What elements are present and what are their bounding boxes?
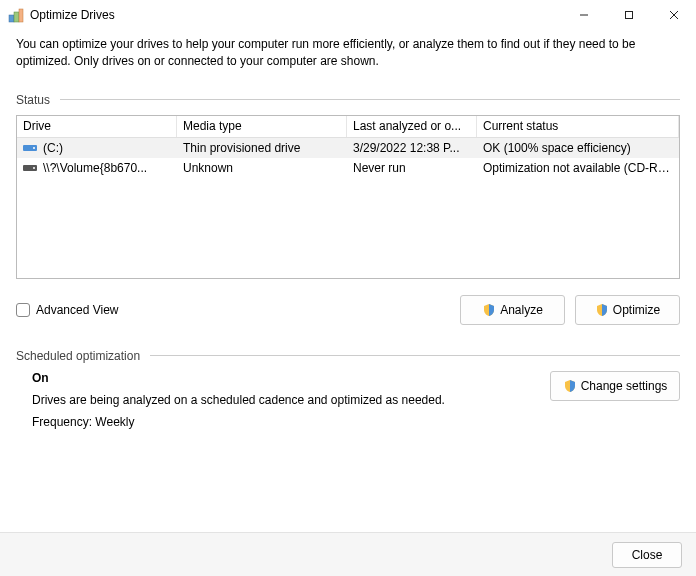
analyze-button[interactable]: Analyze: [460, 295, 565, 325]
change-settings-label: Change settings: [581, 379, 668, 393]
maximize-button[interactable]: [606, 0, 651, 30]
drive-icon: [23, 163, 39, 173]
status-section-header: Status: [16, 93, 680, 107]
schedule-frequency: Frequency: Weekly: [32, 415, 550, 429]
minimize-button[interactable]: [561, 0, 606, 30]
col-status[interactable]: Current status: [477, 116, 679, 137]
svg-rect-1: [14, 12, 19, 22]
current-status: Optimization not available (CD-ROM vol..…: [477, 161, 679, 175]
close-dialog-button[interactable]: Close: [612, 542, 682, 568]
change-settings-button[interactable]: Change settings: [550, 371, 680, 401]
advanced-view-checkbox[interactable]: Advanced View: [16, 303, 119, 317]
table-row[interactable]: (C:)Thin provisioned drive3/29/2022 12:3…: [17, 138, 679, 158]
drives-listview[interactable]: Drive Media type Last analyzed or o... C…: [16, 115, 680, 279]
svg-rect-0: [9, 15, 14, 22]
col-last[interactable]: Last analyzed or o...: [347, 116, 477, 137]
media-type: Thin provisioned drive: [177, 141, 347, 155]
scheduled-label: Scheduled optimization: [16, 349, 140, 363]
table-row[interactable]: \\?\Volume{8b670...UnknownNever runOptim…: [17, 158, 679, 178]
media-type: Unknown: [177, 161, 347, 175]
close-button[interactable]: [651, 0, 696, 30]
last-analyzed: Never run: [347, 161, 477, 175]
col-media[interactable]: Media type: [177, 116, 347, 137]
app-icon: [8, 7, 24, 23]
close-label: Close: [632, 548, 663, 562]
description-text: You can optimize your drives to help you…: [16, 36, 680, 71]
current-status: OK (100% space efficiency): [477, 141, 679, 155]
shield-icon: [595, 303, 609, 317]
shield-icon: [563, 379, 577, 393]
last-analyzed: 3/29/2022 12:38 P...: [347, 141, 477, 155]
scheduled-section-header: Scheduled optimization: [16, 349, 680, 363]
advanced-view-label: Advanced View: [36, 303, 119, 317]
shield-icon: [482, 303, 496, 317]
optimize-button[interactable]: Optimize: [575, 295, 680, 325]
divider: [60, 99, 680, 100]
svg-rect-2: [19, 9, 23, 22]
schedule-state: On: [32, 371, 550, 385]
drive-name: \\?\Volume{8b670...: [43, 161, 147, 175]
window-title: Optimize Drives: [30, 8, 561, 22]
dialog-footer: Close: [0, 532, 696, 576]
list-header[interactable]: Drive Media type Last analyzed or o... C…: [17, 116, 679, 138]
checkbox-icon: [16, 303, 30, 317]
col-drive[interactable]: Drive: [17, 116, 177, 137]
svg-point-10: [33, 167, 35, 169]
optimize-label: Optimize: [613, 303, 660, 317]
svg-point-8: [33, 147, 35, 149]
status-label: Status: [16, 93, 50, 107]
analyze-label: Analyze: [500, 303, 543, 317]
drive-icon: [23, 143, 39, 153]
schedule-detail: Drives are being analyzed on a scheduled…: [32, 393, 550, 407]
svg-rect-4: [625, 12, 632, 19]
divider: [150, 355, 680, 356]
drive-name: (C:): [43, 141, 63, 155]
window-titlebar: Optimize Drives: [0, 0, 696, 30]
